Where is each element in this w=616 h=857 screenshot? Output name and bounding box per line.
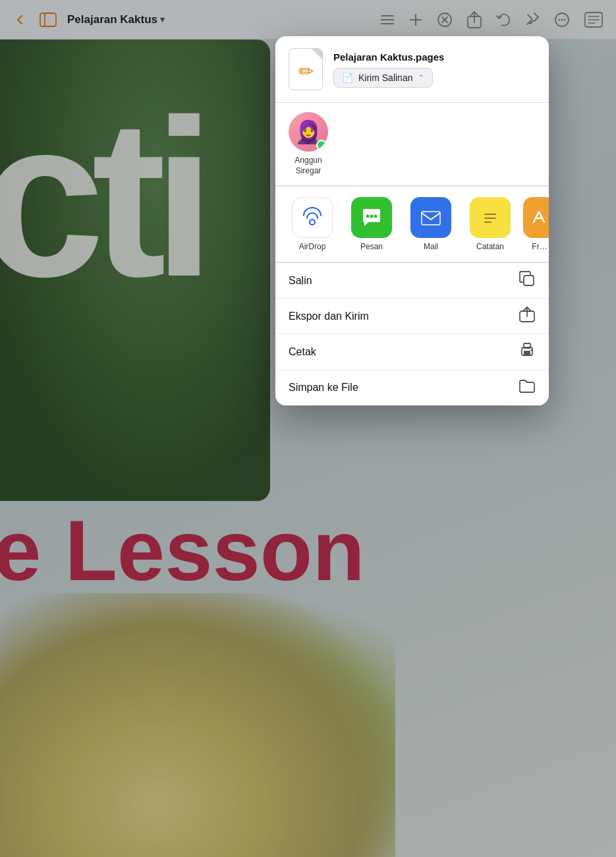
freeform-svg: [527, 205, 549, 230]
app-item-freeform[interactable]: Fr…: [523, 197, 549, 251]
airdrop-label: AirDrop: [299, 242, 326, 251]
actions-group: Salin Ekspor dan Kirim Cetak: [275, 262, 549, 405]
export-icon: [518, 306, 536, 327]
svg-rect-35: [524, 351, 530, 355]
messages-icon: [351, 197, 392, 238]
folder-svg: [518, 378, 536, 394]
doc-icon: 📄: [342, 73, 353, 83]
person-online-status: [316, 140, 327, 150]
svg-point-37: [531, 349, 533, 351]
notes-icon: [470, 197, 511, 238]
export-action-row[interactable]: Ekspor dan Kirim: [275, 299, 549, 334]
copy-action-row[interactable]: Salin: [275, 263, 549, 299]
person-item-anggun[interactable]: 🧕 Anggun Siregar: [289, 112, 328, 176]
export-label: Ekspor dan Kirim: [289, 310, 369, 322]
person-avatar-anggun: 🧕: [289, 112, 328, 152]
mail-label: Mail: [424, 242, 438, 251]
freeform-icon: [523, 197, 549, 238]
copy-label: Salin: [289, 275, 312, 287]
file-icon: ✏: [289, 48, 323, 90]
print-label: Cetak: [289, 346, 316, 358]
folder-icon: [518, 378, 536, 398]
person-name-anggun: Anggun Siregar: [294, 156, 322, 176]
send-copy-label: Kirim Salinan: [358, 73, 412, 83]
print-svg: [518, 341, 536, 359]
share-sheet: ✏ Pelajaran Kaktus.pages 📄 Kirim Salinan…: [275, 36, 549, 405]
mail-icon: [410, 197, 451, 238]
app-item-notes[interactable]: Catatan: [464, 197, 517, 251]
airdrop-icon: [292, 197, 333, 238]
freeform-label: Fr…: [532, 242, 547, 251]
file-name: Pelajaran Kaktus.pages: [333, 51, 536, 63]
notes-label: Catatan: [476, 242, 504, 251]
app-item-mail[interactable]: Mail: [405, 197, 457, 251]
svg-point-22: [374, 215, 378, 218]
notes-svg: [478, 205, 503, 230]
send-copy-button[interactable]: 📄 Kirim Salinan ⌃: [333, 68, 433, 88]
export-svg: [518, 306, 536, 323]
svg-rect-31: [524, 276, 534, 285]
save-to-file-label: Simpan ke File: [289, 382, 358, 394]
mail-svg: [418, 205, 443, 230]
app-item-airdrop[interactable]: AirDrop: [286, 197, 339, 251]
people-section: 🧕 Anggun Siregar: [275, 103, 549, 186]
svg-rect-23: [422, 212, 440, 225]
svg-point-19: [310, 220, 315, 225]
save-to-file-action-row[interactable]: Simpan ke File: [275, 370, 549, 405]
print-action-row[interactable]: Cetak: [275, 334, 549, 370]
copy-svg: [518, 270, 536, 287]
airdrop-svg: [300, 205, 325, 230]
svg-point-20: [366, 215, 370, 218]
messages-svg: [359, 205, 384, 230]
action-chevron-icon: ⌃: [418, 73, 424, 82]
messages-label: Pesan: [360, 242, 383, 251]
apps-section: AirDrop Pesan M: [275, 187, 549, 262]
svg-point-21: [370, 215, 374, 218]
file-info: Pelajaran Kaktus.pages 📄 Kirim Salinan ⌃: [333, 51, 536, 88]
share-header: ✏ Pelajaran Kaktus.pages 📄 Kirim Salinan…: [275, 36, 549, 103]
app-item-messages[interactable]: Pesan: [345, 197, 398, 251]
print-icon: [518, 341, 536, 363]
copy-icon: [518, 270, 536, 291]
file-pen-icon: ✏: [298, 61, 314, 82]
